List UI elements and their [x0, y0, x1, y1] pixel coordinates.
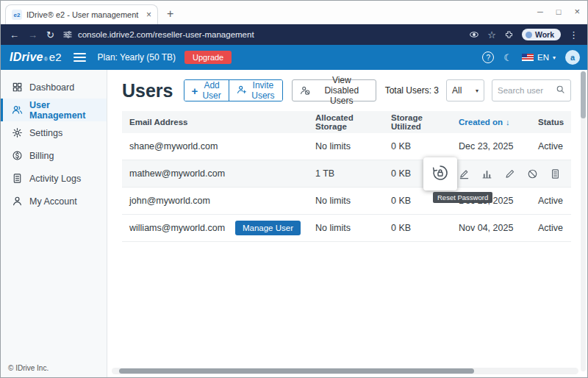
main-content: Users + Add User Invite Users — [107, 70, 587, 377]
user-email: williams@myworld.com — [129, 223, 225, 233]
sidebar-item-my-account[interactable]: My Account — [1, 190, 107, 213]
table-row[interactable]: john@myworld.com No limits 0 KB Dec 23, … — [122, 188, 571, 215]
tab-title: IDrive® e2 - User management — [26, 10, 142, 19]
horizontal-scrollbar-thumb[interactable] — [119, 368, 474, 374]
bookmark-star-icon[interactable]: ☆ — [487, 30, 496, 40]
extensions-puzzle-icon[interactable] — [504, 30, 514, 40]
help-icon[interactable]: ? — [482, 51, 494, 63]
table-row[interactable]: mathew@myworld.com 1 TB 0 KB — [122, 160, 571, 188]
reset-password-tooltip: Reset Password — [433, 192, 492, 203]
sidebar-item-billing[interactable]: Billing — [1, 144, 107, 167]
user-email: shane@myworld.com — [122, 141, 308, 151]
dollar-icon — [11, 150, 23, 162]
search-input[interactable] — [498, 86, 552, 95]
sidebar-item-label: Billing — [29, 151, 54, 161]
column-header-storage-utilized: Storage Utilized — [384, 113, 451, 131]
chevron-down-icon: ▾ — [553, 54, 556, 61]
sidebar-item-dashboard[interactable]: Dashboard — [1, 76, 107, 99]
plan-label: Plan: Yearly (50 TB) — [98, 52, 176, 63]
sidebar: Dashboard User Management Settings — [1, 70, 107, 377]
new-tab-button[interactable]: + — [167, 7, 173, 21]
forward-icon[interactable]: → — [28, 30, 37, 40]
browser-tab[interactable]: e2 IDrive® e2 - User management × — [5, 4, 158, 24]
column-header-status: Status — [531, 118, 571, 126]
tab-favicon: e2 — [12, 10, 22, 20]
sidebar-item-label: Settings — [29, 128, 62, 138]
created-on: Nov 04, 2025 — [451, 223, 531, 233]
user-actions-button-group: + Add User Invite Users — [184, 79, 283, 101]
add-user-button[interactable]: + Add User — [184, 80, 229, 101]
us-flag-icon — [522, 54, 534, 61]
table-header-row: Email Address Allocated Storage Storage … — [122, 111, 571, 133]
sidebar-item-label: My Account — [29, 196, 77, 207]
hamburger-menu-icon[interactable] — [74, 53, 86, 62]
allocated-storage: 1 TB — [308, 168, 384, 179]
user-filter-dropdown[interactable]: All ▾ — [446, 79, 484, 101]
browser-menu-icon[interactable]: ⋮ — [569, 30, 578, 40]
edit-icon[interactable] — [504, 168, 515, 179]
column-header-email: Email Address — [122, 118, 308, 126]
password-manager-icon[interactable] — [469, 29, 479, 40]
sidebar-item-label: Dashboard — [29, 82, 74, 93]
document-icon — [11, 173, 23, 185]
vertical-scrollbar[interactable] — [581, 71, 586, 371]
users-table: Email Address Allocated Storage Storage … — [122, 111, 571, 242]
user-email: john@myworld.com — [122, 196, 308, 206]
status-badge: Active — [531, 141, 571, 151]
browser-tab-strip: e2 IDrive® e2 - User management × + ─ □ … — [1, 1, 587, 24]
view-disabled-users-button[interactable]: View Disabled Users — [292, 79, 376, 101]
app-header: IDrive ® e2 Plan: Yearly (50 TB) Upgrade… — [1, 45, 587, 70]
column-header-created-on[interactable]: Created on ↓ — [451, 118, 531, 126]
window-minimize-icon[interactable]: ─ — [537, 7, 543, 16]
horizontal-scrollbar[interactable] — [112, 368, 578, 374]
logs-icon[interactable] — [550, 168, 561, 179]
url-bar[interactable]: console.idrive2.com/reseller-user-manage… — [63, 30, 460, 40]
window-maximize-icon[interactable]: □ — [556, 7, 562, 16]
usage-stats-icon[interactable] — [481, 168, 492, 179]
reset-password-popup[interactable] — [423, 157, 457, 190]
gear-icon — [11, 127, 23, 139]
edit-user-icon[interactable] — [459, 168, 470, 179]
browser-profile-chip[interactable]: Work — [522, 29, 561, 40]
table-row[interactable]: shane@myworld.com No limits 0 KB Dec 23,… — [122, 133, 571, 160]
filter-value: All — [452, 85, 462, 96]
language-selector[interactable]: EN ▾ — [522, 53, 556, 62]
user-email: mathew@myworld.com — [122, 168, 308, 179]
dashboard-icon — [11, 82, 23, 93]
dark-mode-moon-icon[interactable]: ☾ — [503, 52, 512, 63]
search-icon[interactable] — [556, 84, 565, 97]
profile-avatar-dot — [526, 32, 532, 38]
users-icon — [11, 104, 23, 116]
plus-icon: + — [192, 85, 198, 97]
invite-users-button[interactable]: Invite Users — [229, 80, 282, 101]
back-icon[interactable]: ← — [10, 30, 19, 40]
person-plus-icon — [237, 85, 247, 97]
sidebar-item-label: User Management — [29, 100, 98, 121]
column-header-allocated-storage: Allocated Storage — [308, 113, 384, 131]
site-settings-icon[interactable] — [63, 30, 73, 40]
allocated-storage: No limits — [308, 141, 384, 151]
person-disabled-icon — [300, 85, 310, 96]
table-row[interactable]: williams@myworld.com Manage User No limi… — [122, 215, 571, 242]
sidebar-item-settings[interactable]: Settings — [1, 121, 107, 144]
sidebar-item-activity-logs[interactable]: Activity Logs — [1, 167, 107, 190]
person-icon — [11, 196, 23, 207]
window-close-icon[interactable]: × — [574, 6, 580, 17]
upgrade-button[interactable]: Upgrade — [184, 51, 232, 64]
page-title: Users — [122, 80, 173, 101]
account-avatar[interactable]: a — [565, 50, 580, 65]
storage-utilized: 0 KB — [384, 141, 451, 151]
manage-user-button[interactable]: Manage User — [235, 221, 301, 235]
storage-utilized: 0 KB — [384, 223, 451, 233]
disable-user-icon[interactable] — [527, 168, 538, 179]
lock-reset-icon — [431, 164, 449, 184]
allocated-storage: No limits — [308, 196, 384, 206]
refresh-icon[interactable]: ↻ — [46, 30, 54, 40]
sidebar-item-user-management[interactable]: User Management — [1, 99, 107, 121]
allocated-storage: No limits — [308, 223, 384, 233]
browser-address-bar: ← → ↻ console.idrive2.com/reseller-user-… — [1, 24, 587, 45]
language-label: EN — [537, 53, 549, 62]
vertical-scrollbar-thumb[interactable] — [581, 71, 586, 118]
copyright-text: © IDrive Inc. — [8, 364, 49, 372]
tab-close-icon[interactable]: × — [146, 10, 151, 20]
